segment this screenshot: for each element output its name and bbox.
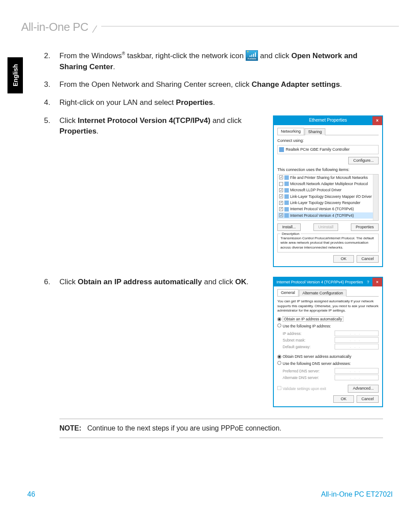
step-number: 6. <box>44 277 59 407</box>
header-rule <box>101 26 399 26</box>
dialog-titlebar: Internet Protocol Version 4 (TCP/IPv4) P… <box>274 278 382 286</box>
description-group: Description Transmission Control Protoco… <box>277 234 379 253</box>
radio-manual-ip[interactable] <box>277 323 281 327</box>
instruction-list: 2. From the Windows® taskbar, right-clic… <box>44 51 383 407</box>
cancel-button[interactable]: Cancel <box>357 395 379 403</box>
validate-label: Validate settings upon exit <box>283 386 326 391</box>
adapter-name: Realtek PCIe GBE Family Controller <box>286 147 350 152</box>
tab-general[interactable]: General <box>277 289 298 296</box>
step-5: 5. Click Internet Protocol Version 4(TCP… <box>44 115 383 268</box>
svg-line-0 <box>92 26 97 33</box>
language-tab: English <box>7 57 23 93</box>
pref-dns-input[interactable]: ... <box>335 368 379 374</box>
description-text: Transmission Control Protocol/Internet P… <box>280 236 376 250</box>
subnet-input[interactable]: ... <box>335 337 379 343</box>
header-slash-icon <box>92 21 98 33</box>
connect-using-label: Connect using: <box>277 138 379 144</box>
radio-manual-dns[interactable] <box>277 361 281 365</box>
scrollbar[interactable] <box>373 175 378 220</box>
protocol-icon <box>284 188 289 193</box>
checkbox-icon[interactable] <box>279 194 283 198</box>
step-text: Click Obtain an IP address automatically… <box>59 277 268 288</box>
step-text: Click Internet Protocol Version 4(TCP/IP… <box>59 115 268 137</box>
uninstall-button[interactable]: Uninstall <box>313 223 339 231</box>
step-row: Click Obtain an IP address automatically… <box>59 277 383 407</box>
cancel-button[interactable]: Cancel <box>357 255 379 263</box>
ip-label: IP address: <box>283 331 302 336</box>
step-number: 5. <box>44 115 59 268</box>
checkbox-icon[interactable] <box>279 213 283 217</box>
tab-sharing[interactable]: Sharing <box>305 128 325 135</box>
pref-dns-label: Preferred DNS server: <box>283 368 320 374</box>
option-auto-dns: Obtain DNS server address automatically <box>283 354 351 359</box>
footer: 46 All-in-One PC ET2702I <box>27 490 393 498</box>
protocol-icon <box>284 194 289 199</box>
protocol-icon <box>284 182 289 186</box>
product-name: All-in-One PC ET2702I <box>321 490 393 498</box>
alt-dns-input[interactable]: ... <box>335 375 379 380</box>
description-legend: Description <box>280 231 301 237</box>
option-manual-dns: Use the following DNS server addresses: <box>283 361 351 366</box>
step-6: 6. Click Obtain an IP address automatica… <box>44 277 383 407</box>
step-text: From the Windows® taskbar, right-click t… <box>59 51 383 72</box>
step-text: From the Open Network and Sharing Center… <box>59 79 383 90</box>
page-header: All-in-One PC <box>21 20 399 34</box>
adapter-icon <box>279 147 284 152</box>
ipv4-properties-dialog: Internet Protocol Version 4 (TCP/IPv4) P… <box>273 277 383 407</box>
checkbox-icon[interactable] <box>279 207 283 211</box>
adapter-box: Realtek PCIe GBE Family Controller <box>277 145 379 154</box>
configure-button[interactable]: Configure... <box>348 157 379 164</box>
step-number: 4. <box>44 97 59 108</box>
signal-bars-icon <box>250 52 257 57</box>
dialog-title: Internet Protocol Version 4 (TCP/IPv4) P… <box>276 279 363 285</box>
advanced-button[interactable]: Advanced... <box>348 385 379 392</box>
page-number: 46 <box>27 490 35 498</box>
note-label: NOTE: <box>59 424 81 432</box>
step-text: Right-click on your LAN and select Prope… <box>59 97 383 108</box>
checkbox-icon[interactable] <box>279 182 283 186</box>
ethernet-properties-dialog: Ethernet Properties × Networking Sharing… <box>273 115 383 268</box>
note-block: NOTE: Continue to the next steps if you … <box>59 419 383 438</box>
option-manual-ip: Use the following IP address: <box>283 324 331 328</box>
content: 2. From the Windows® taskbar, right-clic… <box>44 51 383 438</box>
tab-networking[interactable]: Networking <box>277 128 304 135</box>
ip-input[interactable]: ... <box>335 331 379 336</box>
protocol-icon <box>284 207 289 212</box>
checkbox-icon[interactable] <box>279 201 283 205</box>
ok-button[interactable]: OK <box>333 395 354 403</box>
uses-items-label: This connection uses the following items… <box>277 167 379 173</box>
radio-auto-ip[interactable] <box>277 317 281 321</box>
step-number: 2. <box>44 51 59 72</box>
step-3: 3. From the Open Network and Sharing Cen… <box>44 79 383 90</box>
protocol-icon <box>284 201 289 205</box>
dialog-tabs: General Alternate Configuration <box>277 289 379 297</box>
subnet-label: Subnet mask: <box>283 338 306 343</box>
validate-checkbox[interactable] <box>277 386 281 390</box>
gateway-label: Default gateway: <box>283 344 310 349</box>
dialog-titlebar: Ethernet Properties × <box>274 116 382 125</box>
ok-button[interactable]: OK <box>333 255 354 263</box>
gateway-input[interactable]: ... <box>335 344 379 349</box>
alt-dns-label: Alternate DNS server: <box>283 375 319 380</box>
checkbox-icon[interactable] <box>279 175 283 179</box>
dialog-blurb: You can get IP settings assigned automat… <box>277 299 379 313</box>
protocol-list[interactable]: File and Printer Sharing for Microsoft N… <box>277 174 379 221</box>
network-icon: Available <box>246 50 258 61</box>
close-icon[interactable]: × <box>372 116 382 125</box>
dialog-title: Ethernet Properties <box>309 117 347 124</box>
help-icon[interactable]: ? <box>364 278 372 286</box>
step-number: 3. <box>44 79 59 90</box>
checkbox-icon[interactable] <box>279 188 283 192</box>
install-button[interactable]: Install... <box>277 223 301 231</box>
step-row: Click Internet Protocol Version 4(TCP/IP… <box>59 115 383 268</box>
dialog-tabs: Networking Sharing <box>277 128 379 135</box>
step-4: 4. Right-click on your LAN and select Pr… <box>44 97 383 108</box>
close-icon[interactable]: × <box>372 278 382 286</box>
protocol-icon <box>284 213 289 218</box>
tab-alternate[interactable]: Alternate Configuration <box>299 290 346 297</box>
header-title: All-in-One PC <box>21 20 88 34</box>
properties-button[interactable]: Properties <box>351 223 379 231</box>
option-auto-ip: Obtain an IP address automatically <box>283 316 343 322</box>
protocol-icon <box>284 175 289 180</box>
radio-auto-dns[interactable] <box>277 355 281 359</box>
